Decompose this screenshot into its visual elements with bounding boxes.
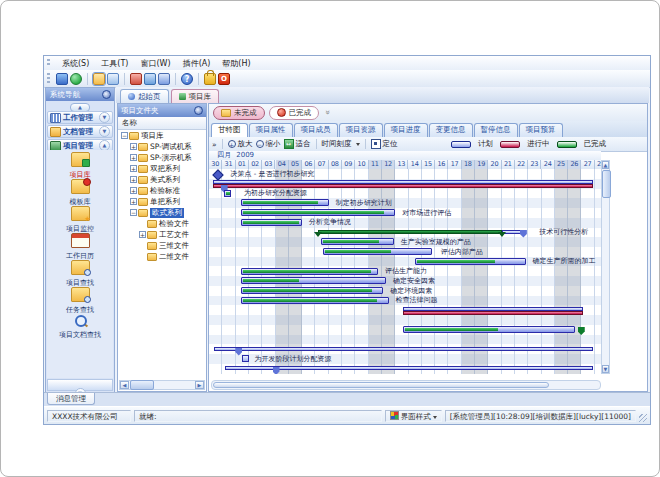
message-management-tab[interactable]: 消息管理 <box>47 393 95 405</box>
menu-item[interactable]: 系统(S) <box>56 57 95 70</box>
nav-item-项目监控[interactable]: 项目监控 <box>47 204 113 231</box>
locate-button[interactable]: 定位 <box>371 139 398 149</box>
ui-style-dropdown[interactable]: 界面样式 <box>385 410 442 422</box>
gantt-bar-task[interactable] <box>241 219 302 226</box>
collapse-icon[interactable]: − <box>130 209 137 216</box>
gantt-bar-task[interactable] <box>241 209 395 216</box>
gantt-bar-plan[interactable] <box>214 347 593 351</box>
gantt-tab-变更信息[interactable]: 变更信息 <box>429 123 473 137</box>
gantt-bar-task[interactable] <box>241 297 389 304</box>
tree-horizontal-scrollbar[interactable]: ◀ ▶ <box>119 380 205 390</box>
gantt-bar-task[interactable] <box>241 199 329 206</box>
gantt-bar-inprogress[interactable] <box>213 184 593 188</box>
tree-row[interactable]: +检验标准 <box>118 185 206 196</box>
scrollbar-thumb[interactable] <box>213 382 549 388</box>
scroll-up-icon[interactable]: ▲ <box>602 161 609 169</box>
expand-icon[interactable]: + <box>130 165 137 172</box>
filter-未完成[interactable]: 未完成 <box>213 106 265 120</box>
milestone-marker[interactable] <box>235 348 242 356</box>
report-icon[interactable] <box>130 73 142 85</box>
nav-section-工作管理[interactable]: 工作管理▼ <box>47 111 113 124</box>
nav-item-项目文档查找[interactable]: 项目文档查找 <box>47 312 113 339</box>
gantt-bar-task[interactable] <box>241 287 383 294</box>
expand-icon[interactable]: + <box>130 176 137 183</box>
scrollbar-thumb[interactable] <box>130 380 154 390</box>
gantt-tab-暂停信息[interactable]: 暂停信息 <box>474 123 518 137</box>
nav-item-工作日历[interactable]: 工作日历 <box>47 231 113 258</box>
tree-row[interactable]: 三维文件 <box>118 240 206 251</box>
gantt-tab-项目成员[interactable]: 项目成员 <box>294 123 338 137</box>
tree-row[interactable]: 检验文件 <box>118 218 206 229</box>
gantt-horizontal-scrollbar[interactable] <box>211 380 601 390</box>
gantt-bar-task[interactable] <box>403 326 575 333</box>
zoom-out-button[interactable]: −缩小 <box>256 139 281 149</box>
gantt-bar-plan[interactable] <box>225 366 593 370</box>
nav-section-partial[interactable]: ▼ <box>47 379 113 391</box>
members-icon[interactable] <box>144 73 156 85</box>
time-scale-dropdown[interactable]: 时间刻度 <box>322 139 360 149</box>
expand-icon[interactable]: + <box>139 231 146 238</box>
gantt-bar-summary-done[interactable] <box>318 230 502 234</box>
nav-item-项目库[interactable]: 项目库 <box>47 150 113 177</box>
gantt-tab-项目资源[interactable]: 项目资源 <box>339 123 383 137</box>
gantt-bar-task[interactable] <box>321 238 394 245</box>
nav-section-文档管理[interactable]: 文档管理▼ <box>47 125 113 138</box>
zoom-in-button[interactable]: +放大 <box>228 139 253 149</box>
scroll-down-icon[interactable]: ▼ <box>602 365 609 373</box>
gantt-tab-项目属性[interactable]: 项目属性 <box>249 123 293 137</box>
web-icon[interactable] <box>70 73 82 85</box>
tree-row[interactable]: +SP-调试机系 <box>118 141 206 152</box>
gantt-bar-task[interactable] <box>415 258 525 265</box>
tab-项目库[interactable]: 项目库 <box>171 89 220 103</box>
nav-item-模板库[interactable]: 模板库 <box>47 177 113 204</box>
tree-row[interactable]: +双把系列 <box>118 163 206 174</box>
gantt-tab-项目预算[interactable]: 项目预算 <box>519 123 563 137</box>
gantt-vertical-scrollbar[interactable]: ▲ ▼ <box>601 160 610 374</box>
menu-item[interactable]: 帮助(H) <box>216 57 256 70</box>
lock-icon[interactable] <box>204 73 216 85</box>
filter-已完成[interactable]: 已完成 <box>269 106 320 120</box>
chevron-down-icon[interactable]: ▼ <box>99 112 110 123</box>
menubar-grip[interactable] <box>47 59 50 67</box>
tree-row[interactable]: +SP-演示机系 <box>118 152 206 163</box>
menu-item[interactable]: 插件(A) <box>177 57 217 70</box>
menu-item[interactable]: 窗口(W) <box>134 57 176 70</box>
tree-row[interactable]: −欧式系列 <box>118 207 206 218</box>
scroll-left-icon[interactable]: ◀ <box>120 381 129 389</box>
expand-icon[interactable]: + <box>130 187 137 194</box>
expand-icon[interactable]: + <box>130 154 137 161</box>
gantt-view-icon[interactable] <box>107 73 119 85</box>
resize-grip[interactable] <box>639 414 647 422</box>
tree-column-header[interactable]: 名称 <box>118 117 206 130</box>
chevron-down-icon[interactable]: ▼ <box>99 126 110 137</box>
milestone-diamond[interactable] <box>212 169 223 180</box>
expand-icon[interactable]: + <box>130 198 137 205</box>
toolbar-overflow-button[interactable]: » <box>212 140 217 149</box>
expand-icon[interactable]: + <box>130 143 137 150</box>
tree-row[interactable]: +单把系列 <box>118 196 206 207</box>
scroll-right-icon[interactable]: ▶ <box>195 381 204 389</box>
milestone-square[interactable] <box>242 355 249 362</box>
toolbar-grip[interactable] <box>47 73 50 84</box>
tab-起始页[interactable]: 起始页 <box>120 89 169 103</box>
exit-icon[interactable] <box>218 73 230 85</box>
chevron-more-icon[interactable]: » <box>323 110 332 115</box>
menu-item[interactable]: 工具(T) <box>95 57 134 70</box>
help-icon[interactable] <box>181 73 193 85</box>
gantt-bar-inprogress[interactable] <box>403 311 583 315</box>
gantt-bar-task[interactable] <box>323 248 432 255</box>
gantt-tab-甘特图[interactable]: 甘特图 <box>211 123 248 137</box>
gantt-bar-task[interactable] <box>241 268 378 275</box>
pin-icon[interactable] <box>102 90 111 99</box>
tree-row[interactable]: −项目库 <box>118 130 206 141</box>
system-icon[interactable] <box>56 73 68 85</box>
tree-row[interactable]: +美式系列 <box>118 174 206 185</box>
resource-icon[interactable] <box>158 73 170 85</box>
milestone-square[interactable] <box>224 190 231 197</box>
fit-button[interactable]: ↔适合 <box>284 139 311 149</box>
gantt-bar-task[interactable] <box>241 277 386 284</box>
tree-row[interactable]: +工艺文件 <box>118 229 206 240</box>
tree-row[interactable]: 二维文件 <box>118 251 206 262</box>
nav-item-项目查找[interactable]: 项目查找 <box>47 258 113 285</box>
milestone-marker[interactable] <box>520 230 527 238</box>
